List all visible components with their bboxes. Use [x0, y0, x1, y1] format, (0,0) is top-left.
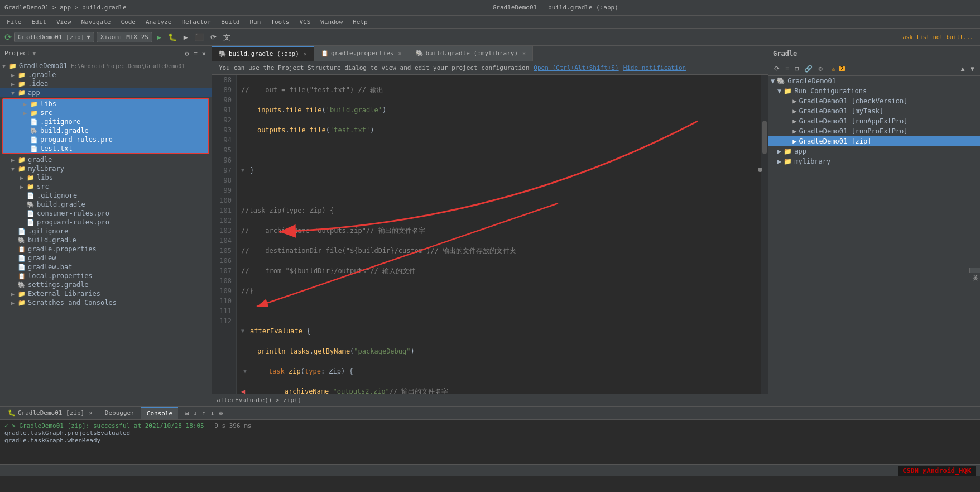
tree-scratches[interactable]: ▶ 📁 Scratches and Consoles — [0, 298, 212, 307]
tree-root-build[interactable]: ▶ 🐘 build.gradle — [0, 236, 212, 245]
tree-test-txt[interactable]: ▶ 📄 test.txt — [3, 144, 208, 153]
gradle-up-btn[interactable]: ▲ — [960, 64, 966, 74]
gradle-down-btn[interactable]: ▼ — [969, 64, 976, 74]
gradle-root[interactable]: ▼ 🐘 GradleDemo01 — [768, 76, 980, 86]
bottom-down-btn[interactable]: ↓ — [209, 408, 215, 418]
tree-external-libs[interactable]: ▶ 📁 External Libraries — [0, 289, 212, 298]
tab-gradle-properties[interactable]: 📋 gradle.properties ✕ — [314, 46, 409, 61]
tree-proguard-app[interactable]: ▶ 📄 proguard-rules.pro — [3, 135, 208, 144]
menu-analyze[interactable]: Analyze — [141, 17, 176, 27]
tab-close-1[interactable]: ✕ — [398, 50, 401, 56]
tree-gradle-folder[interactable]: ▶ 📁 .gradle — [0, 70, 212, 79]
gradle-run-app-ext[interactable]: ▶ ▶ GradleDemo01 [runAppExtPro] — [768, 116, 980, 126]
tree-root-gitignore[interactable]: ▶ 📄 .gitignore — [0, 227, 212, 236]
menu-window[interactable]: Window — [316, 17, 347, 27]
tree-build-gradle-app[interactable]: ▶ 🐘 build.gradle — [3, 126, 208, 135]
sidebar-close-icon[interactable]: ✕ — [201, 49, 207, 59]
gradle-refresh-btn[interactable]: ⟳ — [773, 64, 781, 74]
tree-mylibrary-build[interactable]: ▶ 🐘 build.gradle — [0, 200, 212, 209]
menu-edit[interactable]: Edit — [27, 17, 51, 27]
menu-build[interactable]: Build — [217, 17, 244, 27]
scroll-thumb[interactable] — [762, 121, 767, 154]
menu-bar: File Edit View Navigate Code Analyze Ref… — [0, 16, 980, 29]
tree-root[interactable]: ▼ 📁 GradleDemo01 F:\AndroidProjectDemo\G… — [0, 61, 212, 70]
side-panel-tab[interactable]: 英 — [969, 268, 980, 273]
gradle-my-task[interactable]: ▶ ▶ GradleDemo01 [myTask] — [768, 106, 980, 116]
notification-bar: You can use the Project Structure dialog… — [212, 61, 768, 75]
code-content[interactable]: // out = file("test.txt") // 输出 inputs.f… — [237, 75, 768, 394]
gradle-expand-btn[interactable]: ≡ — [784, 64, 790, 74]
tab-mylib-icon: 🐘 — [416, 50, 424, 57]
gradle-zip-selected[interactable]: ▶ ▶ GradleDemo01 [zip] — [768, 136, 980, 146]
tree-gradle-properties[interactable]: ▶ 📋 gradle.properties — [0, 245, 212, 254]
tab-close-2[interactable]: ✕ — [522, 50, 526, 56]
tab-build-gradle-mylib[interactable]: 🐘 build.gradle (:mylibrary) ✕ — [409, 46, 534, 61]
code-editor[interactable]: 88 89 90 91 92 93 94 95 96 97 98 99 100 … — [212, 75, 768, 394]
tab-close-0[interactable]: ✕ — [304, 51, 307, 57]
bottom-up-btn[interactable]: ↑ — [201, 408, 207, 418]
stop-button[interactable]: ⬛ — [193, 32, 206, 42]
toolbar-icon-sync[interactable]: ⟳ — [4, 32, 12, 42]
gradle-app[interactable]: ▶ 📁 app — [768, 146, 980, 156]
menu-view[interactable]: View — [52, 17, 76, 27]
tab-debugger[interactable]: Debugger — [99, 408, 140, 418]
menu-tools[interactable]: Tools — [266, 17, 294, 27]
gradle-tree: ▼ 🐘 GradleDemo01 ▼ 📁 Run Configurations … — [768, 76, 980, 406]
tree-gradlew-bat[interactable]: ▶ 📄 gradlew.bat — [0, 262, 212, 271]
tree-local-properties[interactable]: ▶ 📋 local.properties — [0, 271, 212, 280]
notification-open-link[interactable]: Open (Ctrl+Alt+Shift+S) — [534, 64, 618, 71]
bottom-scroll-btn[interactable]: ↓ — [192, 408, 198, 418]
tree-mylibrary-src[interactable]: ▶ 📁 src — [0, 182, 212, 191]
menu-run[interactable]: Run — [245, 17, 265, 27]
gradle-run-configs[interactable]: ▼ 📁 Run Configurations — [768, 86, 980, 96]
tree-settings-gradle[interactable]: ▶ 🐘 settings.gradle — [0, 280, 212, 289]
tab-build-gradle-app[interactable]: 🐘 build.gradle (:app) ✕ — [212, 46, 314, 61]
tree-src-folder[interactable]: ▶ 📁 src — [3, 108, 208, 117]
sync-button[interactable]: ⟳ — [208, 32, 219, 42]
menu-code[interactable]: Code — [116, 17, 140, 27]
tree-mylibrary-gitignore[interactable]: ▶ 📄 .gitignore — [0, 191, 212, 200]
tree-mylibrary-consumer[interactable]: ▶ 📄 consumer-rules.pro — [0, 209, 212, 218]
tree-mylibrary-proguard[interactable]: ▶ 📄 proguard-rules.pro — [0, 218, 212, 227]
tree-gradlew[interactable]: ▶ 📄 gradlew — [0, 254, 212, 262]
run-config-selector[interactable]: GradleDemo01 [zip] ▼ — [14, 32, 94, 42]
console-line-success: ✓ > GradleDemo01 [zip]: successful at 20… — [4, 422, 976, 429]
tree-gradle-root[interactable]: ▶ 📁 gradle — [0, 155, 212, 164]
menu-file[interactable]: File — [2, 17, 26, 27]
device-label: Xiaomi MIX 2S — [100, 34, 148, 41]
translate-button[interactable]: 文 — [221, 31, 233, 44]
breadcrumb-content: afterEvaluate() > zip{} — [217, 397, 301, 404]
sidebar-panel: Project ▼ ⚙ ≡ ✕ ▼ 📁 GradleDemo01 F:\Andr… — [0, 46, 212, 406]
menu-navigate[interactable]: Navigate — [77, 17, 116, 27]
run-button[interactable]: ▶ — [155, 32, 164, 42]
tree-mylibrary[interactable]: ▼ 📁 mylibrary — [0, 164, 212, 173]
hide-notification-link[interactable]: Hide notification — [623, 64, 686, 71]
tab-console[interactable]: Console — [141, 407, 178, 419]
sidebar-settings-icon[interactable]: ⚙ — [184, 49, 190, 59]
tree-libs-folder[interactable]: ▶ 📁 libs — [3, 99, 208, 108]
tree-idea-folder[interactable]: ▶ 📁 .idea — [0, 79, 212, 88]
debug-button[interactable]: 🐛 — [166, 32, 179, 42]
sidebar-gear-icon[interactable]: ≡ — [193, 49, 199, 59]
gradle-run-pro-ext[interactable]: ▶ ▶ GradleDemo01 [runProExtPro] — [768, 126, 980, 136]
tab-build-gradle-app-label: build.gradle (:app) — [229, 50, 299, 58]
gradle-mylibrary[interactable]: ▶ 📁 mylibrary — [768, 156, 980, 166]
gradle-collapse-btn[interactable]: ⊟ — [794, 64, 800, 74]
tree-app-folder[interactable]: ▼ 📁 app — [0, 88, 212, 97]
device-selector[interactable]: Xiaomi MIX 2S — [97, 32, 152, 42]
gradle-link-btn[interactable]: 🔗 — [803, 64, 814, 74]
code-line-95: // archiveName "outputs.zip"// 输出的文件名字 — [241, 226, 763, 236]
menu-refactor[interactable]: Refactor — [177, 17, 215, 27]
bottom-settings-btn[interactable]: ⚙ — [218, 408, 224, 418]
tree-gitignore-app[interactable]: ▶ 📄 .gitignore — [3, 117, 208, 126]
coverage-button[interactable]: ▶ — [181, 32, 190, 42]
bottom-clear-btn[interactable]: ⊟ — [184, 408, 190, 418]
debug-tab-close[interactable]: ✕ — [89, 409, 93, 417]
menu-vcs[interactable]: VCS — [295, 17, 315, 27]
tree-mylibrary-libs[interactable]: ▶ 📁 libs — [0, 173, 212, 182]
gradle-settings-btn[interactable]: ⚙ — [817, 64, 823, 74]
gradle-check-version[interactable]: ▶ ▶ GradleDemo01 [checkVersion] — [768, 96, 980, 106]
code-line-99 — [241, 306, 763, 316]
scrollbar[interactable] — [761, 75, 768, 394]
menu-help[interactable]: Help — [348, 17, 372, 27]
